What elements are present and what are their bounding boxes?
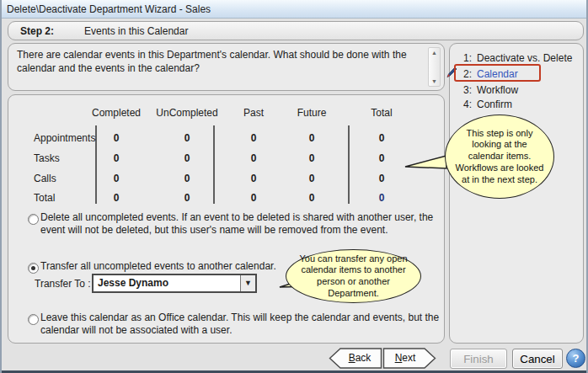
radio-leave-calendar-label[interactable]: Leave this calendar as an Office calenda… — [40, 312, 451, 338]
column-header: Future — [274, 107, 350, 120]
column-header: Completed — [78, 107, 154, 120]
description-text: There are calendar events in this Depart… — [17, 49, 413, 75]
table-cell: 0 — [344, 173, 420, 185]
help-button[interactable]: ? — [566, 349, 585, 368]
titlebar[interactable]: Delete\Deactivate Department Wizard - Sa… — [2, 0, 586, 19]
main-panel: Completed UnCompleted Past Future Total … — [8, 94, 445, 344]
transfer-to-dropdown[interactable]: Jesse Dynamo ▼ — [92, 274, 257, 293]
step-number: 1: — [450, 52, 472, 64]
step-item-row-current: 2: Calendar — [450, 66, 583, 82]
step-item-workflow[interactable]: Workflow — [472, 84, 518, 96]
table-cell: 0 — [78, 132, 154, 145]
step-number: 4: — [450, 99, 472, 110]
step-item-row: 4: Confirm — [450, 96, 583, 112]
window-title: Delete\Deactivate Department Wizard - Sa… — [2, 3, 211, 15]
table-cell: 0 — [149, 173, 225, 185]
radio-delete-events-label[interactable]: Delete all uncompleted events. If an eve… — [40, 211, 451, 237]
wizard-window: Delete\Deactivate Department Wizard - Sa… — [0, 0, 588, 373]
table-cell: 0 — [149, 192, 225, 205]
step-item-deactivate-vs-delete[interactable]: Deactivate vs. Delete — [472, 52, 572, 64]
table-cell: 0 — [274, 152, 350, 165]
scroll-down-icon[interactable]: ▼ — [429, 78, 440, 84]
cancel-button[interactable]: Cancel — [512, 349, 563, 369]
table-cell-grand-total: 0 — [344, 192, 420, 205]
radio-transfer-events[interactable] — [28, 263, 39, 274]
table-cell: 0 — [78, 173, 154, 185]
table-cell: 0 — [78, 192, 154, 205]
dropdown-arrow-icon[interactable]: ▼ — [240, 275, 255, 291]
step-number: 3: — [450, 84, 472, 96]
table-cell: 0 — [344, 132, 420, 145]
callout-step-note: This step is only looking at the calenda… — [445, 115, 554, 199]
back-button-label: Back — [329, 348, 382, 369]
back-button[interactable]: Back — [329, 348, 382, 369]
callout-tail — [404, 154, 448, 174]
column-header: UnCompleted — [149, 107, 225, 120]
column-header: Total — [344, 107, 420, 120]
finish-button[interactable]: Finish — [450, 349, 507, 369]
step-title: Events in this Calendar — [54, 25, 188, 37]
step-number-label: Step 2: — [8, 25, 54, 37]
transfer-to-label: Transfer To : — [35, 278, 91, 290]
table-cell: 0 — [274, 173, 350, 185]
description-scrollbar[interactable]: ▲ ▼ — [428, 47, 441, 87]
next-button-label: Next — [382, 348, 436, 369]
callout-transfer-note: You can transfer any open calendar items… — [286, 249, 421, 303]
table-cell: 0 — [149, 152, 225, 165]
table-cell: 0 — [78, 152, 154, 165]
radio-delete-events[interactable] — [28, 214, 39, 225]
next-button[interactable]: Next — [382, 348, 436, 369]
radio-leave-calendar[interactable] — [28, 314, 39, 325]
scroll-up-icon[interactable]: ▲ — [429, 50, 440, 56]
question-icon: ? — [573, 352, 580, 365]
table-cell: 0 — [149, 132, 225, 145]
current-step-highlight — [454, 64, 541, 82]
table-cell: 0 — [274, 132, 350, 145]
step-item-confirm[interactable]: Confirm — [472, 99, 512, 110]
description-panel: There are calendar events in this Depart… — [8, 43, 445, 91]
table-cell: 0 — [274, 192, 350, 205]
step-header: Step 2: Events in this Calendar — [8, 21, 584, 40]
transfer-to-value: Jesse Dynamo — [94, 275, 240, 291]
